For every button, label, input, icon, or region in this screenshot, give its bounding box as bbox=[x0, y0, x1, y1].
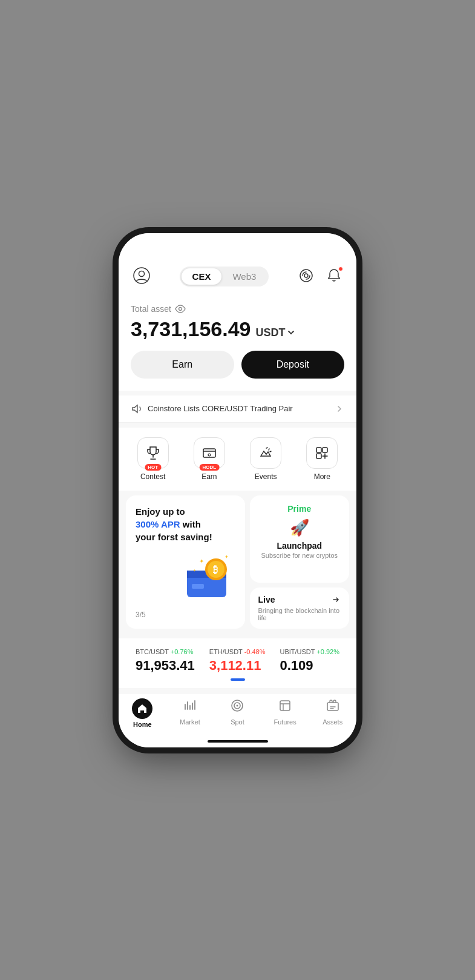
cex-tab[interactable]: CEX bbox=[182, 268, 222, 285]
header: CEX Web3 bbox=[119, 260, 356, 294]
nav-tab-home[interactable]: Home bbox=[124, 698, 160, 728]
svg-rect-22 bbox=[280, 701, 290, 710]
eth-pair: ETH/USDT bbox=[209, 648, 244, 655]
prime-label: Prime bbox=[287, 504, 311, 514]
btc-price: 91,953.41 bbox=[136, 658, 195, 674]
svg-point-1 bbox=[139, 271, 145, 276]
btc-pair: BTC/USDT bbox=[136, 648, 171, 655]
bitcoin-wallet-illustration: ₿ ✦ ✦ ✦ bbox=[181, 552, 235, 601]
announcement-icon bbox=[131, 403, 143, 415]
more-label: More bbox=[314, 472, 330, 481]
ticker-ubit[interactable]: UBIT/USDT +0.92% 0.109 bbox=[280, 646, 339, 674]
ticker-row: BTC/USDT +0.76% 91,953.41 ETH/USDT -0.48… bbox=[128, 646, 347, 674]
total-asset-label: Total asset bbox=[131, 304, 344, 314]
svg-rect-7 bbox=[323, 448, 327, 452]
launchpad-title: Launchpad bbox=[277, 541, 322, 551]
svg-point-3 bbox=[179, 307, 182, 310]
exchange-tab-group: CEX Web3 bbox=[180, 267, 269, 286]
action-buttons: Earn Deposit bbox=[131, 351, 344, 379]
ticker-divider bbox=[128, 678, 347, 681]
svg-rect-8 bbox=[316, 454, 321, 459]
live-card[interactable]: Live Bringing the blockchain into life bbox=[250, 588, 350, 629]
svg-text:₿: ₿ bbox=[213, 564, 218, 575]
ubit-change: +0.92% bbox=[316, 648, 339, 655]
eth-price: 3,112.11 bbox=[209, 658, 261, 674]
svg-text:✦: ✦ bbox=[193, 569, 196, 572]
launchpad-icon: 🚀 bbox=[290, 518, 309, 537]
cards-section: Enjoy up to 300% APR with your forst sav… bbox=[119, 491, 356, 634]
market-label: Market bbox=[180, 718, 200, 726]
launchpad-card[interactable]: Prime 🚀 Launchpad Subscribe for new cryp… bbox=[250, 495, 350, 583]
home-label: Home bbox=[133, 721, 152, 728]
events-label: Events bbox=[255, 472, 277, 481]
asset-amount: 3,731,156.49 USDT bbox=[131, 317, 344, 341]
earn-nav-icon bbox=[201, 445, 217, 461]
contest-icon bbox=[145, 445, 161, 461]
futures-label: Futures bbox=[274, 718, 296, 726]
quick-nav: HOT Contest HODL Earn bbox=[119, 428, 356, 491]
web3-tab[interactable]: Web3 bbox=[221, 268, 267, 285]
ubit-price: 0.109 bbox=[280, 658, 313, 674]
deposit-button[interactable]: Deposit bbox=[241, 351, 345, 379]
app-content: Total asset 3,731,156.49 USDT Earn Depos… bbox=[119, 294, 356, 693]
svg-point-5 bbox=[208, 454, 211, 456]
nav-tab-assets[interactable]: Assets bbox=[315, 698, 351, 728]
svg-text:✦: ✦ bbox=[224, 554, 229, 560]
nav-item-earn[interactable]: HODL Earn bbox=[188, 437, 231, 481]
earn-label: Earn bbox=[201, 472, 217, 481]
market-icon bbox=[183, 698, 197, 717]
nav-item-events[interactable]: Events bbox=[244, 437, 287, 481]
announcement-chevron-icon bbox=[335, 404, 344, 414]
hodl-badge: HODL bbox=[200, 464, 220, 471]
svg-rect-12 bbox=[192, 584, 204, 589]
right-cards: Prime 🚀 Launchpad Subscribe for new cryp… bbox=[250, 495, 350, 629]
spot-icon bbox=[230, 698, 244, 717]
support-button[interactable] bbox=[296, 265, 316, 288]
assets-label: Assets bbox=[323, 718, 342, 726]
svg-rect-6 bbox=[316, 448, 321, 452]
apr-card[interactable]: Enjoy up to 300% APR with your forst sav… bbox=[126, 495, 245, 629]
hot-badge: HOT bbox=[145, 464, 161, 471]
slide-indicator: 3/5 bbox=[136, 611, 235, 619]
launchpad-subtitle: Subscribe for new cryptos bbox=[261, 552, 338, 559]
more-icon bbox=[314, 445, 330, 461]
earn-button[interactable]: Earn bbox=[131, 351, 234, 379]
nav-tab-futures[interactable]: Futures bbox=[267, 698, 303, 728]
apr-card-title: Enjoy up to 300% APR with your forst sav… bbox=[136, 505, 235, 543]
announcement-bar[interactable]: Coinstore Lists CORE/USDT Trading Pair bbox=[119, 396, 356, 423]
ticker-btc[interactable]: BTC/USDT +0.76% 91,953.41 bbox=[136, 646, 195, 674]
currency-dropdown-icon bbox=[287, 328, 295, 337]
svg-text:✦: ✦ bbox=[199, 558, 204, 564]
svg-point-2 bbox=[304, 274, 308, 277]
ticker-section: BTC/USDT +0.76% 91,953.41 ETH/USDT -0.48… bbox=[119, 638, 356, 688]
btc-change: +0.76% bbox=[171, 648, 194, 655]
home-indicator-bar bbox=[208, 740, 268, 743]
live-arrow-icon bbox=[331, 595, 341, 604]
nav-tab-market[interactable]: Market bbox=[172, 698, 208, 728]
notification-button[interactable] bbox=[324, 265, 344, 288]
futures-icon bbox=[278, 698, 292, 717]
ubit-pair: UBIT/USDT bbox=[280, 648, 316, 655]
bottom-nav: Home Market Spot bbox=[119, 693, 356, 735]
nav-tab-spot[interactable]: Spot bbox=[219, 698, 255, 728]
spot-label: Spot bbox=[231, 718, 244, 726]
live-title: Live bbox=[258, 595, 275, 604]
events-icon bbox=[258, 445, 274, 461]
asset-section: Total asset 3,731,156.49 USDT Earn Depos… bbox=[119, 294, 356, 391]
ticker-eth[interactable]: ETH/USDT -0.48% 3,112.11 bbox=[209, 646, 266, 674]
nav-item-more[interactable]: More bbox=[300, 437, 344, 481]
assets-icon bbox=[326, 698, 340, 717]
home-icon bbox=[132, 698, 152, 719]
contest-label: Contest bbox=[140, 472, 165, 481]
svg-point-21 bbox=[237, 704, 238, 706]
notification-badge bbox=[338, 267, 343, 271]
home-indicator bbox=[119, 735, 356, 747]
eye-icon bbox=[175, 305, 186, 313]
eth-change: -0.48% bbox=[244, 648, 266, 655]
asset-currency: USDT bbox=[256, 326, 295, 339]
live-subtitle: Bringing the blockchain into life bbox=[258, 607, 341, 621]
profile-button[interactable] bbox=[131, 265, 152, 288]
nav-item-contest[interactable]: HOT Contest bbox=[131, 437, 175, 481]
